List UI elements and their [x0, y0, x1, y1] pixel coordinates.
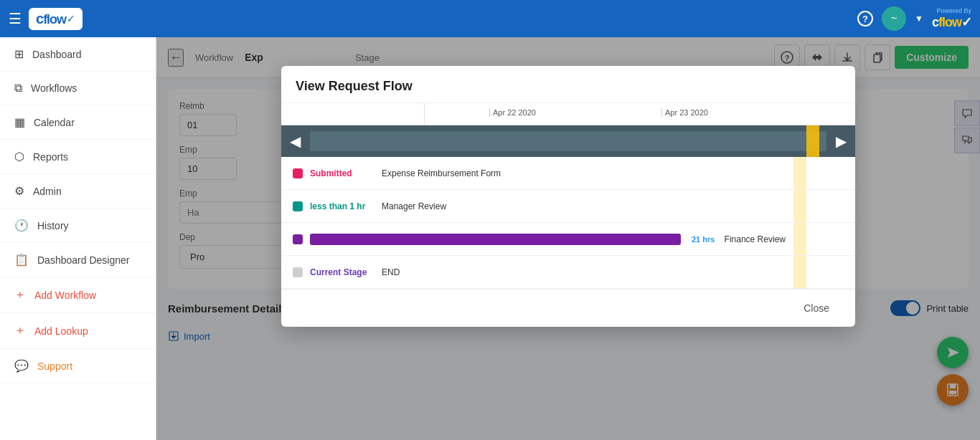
- gantt-next-button[interactable]: ▶: [827, 133, 855, 150]
- help-icon[interactable]: ?: [857, 11, 873, 27]
- history-icon: 🕐: [14, 219, 29, 232]
- dashboard-icon: ⊞: [14, 47, 24, 61]
- yellow-col-2: [793, 190, 806, 222]
- stage-indicator-finance: [293, 234, 303, 244]
- stage-status-submitted: Submitted: [310, 168, 382, 178]
- sidebar-label-reports: Reports: [33, 151, 68, 163]
- modal-header: View Request Flow: [281, 66, 855, 103]
- hamburger-menu-icon[interactable]: ☰: [9, 10, 22, 27]
- gantt-stage-row-end: Current Stage END: [281, 256, 855, 289]
- logo-text: cflow: [36, 11, 66, 27]
- gantt-stage-row-manager: less than 1 hr Manager Review: [281, 190, 855, 223]
- sidebar-label-support: Support: [37, 360, 72, 372]
- top-navigation: ☰ cflow ✓ ? ~ ▼ Powered By cflow✓: [0, 0, 980, 37]
- sidebar-label-add-workflow: Add Workflow: [34, 290, 96, 301]
- gantt-stage-rows: Submitted Expense Reimbursement Form les…: [281, 157, 855, 289]
- stage-name-submitted: Expense Reimbursement Form: [382, 168, 501, 178]
- powered-by-text: Powered By: [936, 7, 971, 14]
- admin-icon: ⚙: [14, 184, 24, 198]
- sidebar-item-add-workflow[interactable]: ＋ Add Workflow: [0, 277, 156, 313]
- stage-indicator-end: [293, 267, 303, 277]
- modal-footer: Close: [281, 289, 855, 327]
- gantt-stage-row-submitted: Submitted Expense Reimbursement Form: [281, 157, 855, 190]
- user-avatar[interactable]: ~: [882, 6, 906, 31]
- stage-indicator-manager: [293, 201, 303, 211]
- sidebar-item-add-lookup[interactable]: ＋ Add Lookup: [0, 313, 156, 349]
- sidebar-item-calendar[interactable]: ▦ Calendar: [0, 105, 156, 140]
- reports-icon: ⬡: [14, 150, 24, 163]
- sidebar-item-dashboard[interactable]: ⊞ Dashboard: [0, 37, 156, 72]
- svg-text:?: ?: [862, 14, 868, 24]
- support-icon: 💬: [14, 359, 29, 373]
- sidebar-label-calendar: Calendar: [34, 117, 75, 128]
- view-request-flow-modal: View Request Flow Apr 22 2020 Apr 23 202…: [281, 66, 855, 327]
- dashboard-designer-icon: 📋: [14, 253, 29, 267]
- gantt-container: Apr 22 2020 Apr 23 2020 ◀ ▶ Sub: [281, 103, 855, 289]
- yellow-col-1: [793, 157, 806, 189]
- date-marker-1: Apr 22 2020: [489, 108, 536, 117]
- close-button[interactable]: Close: [792, 298, 841, 318]
- nav-right: ? ~ ▼ Powered By cflow✓: [857, 6, 971, 31]
- sidebar-label-add-lookup: Add Lookup: [34, 325, 88, 337]
- sidebar-item-workflows[interactable]: ⧉ Workflows: [0, 72, 156, 105]
- gantt-yellow-marker: [806, 125, 819, 157]
- stage-name-manager: Manager Review: [382, 201, 446, 211]
- gantt-date-markers: Apr 22 2020 Apr 23 2020: [425, 103, 855, 125]
- finance-gantt-bar: [310, 234, 681, 245]
- sidebar-item-history[interactable]: 🕐 History: [0, 209, 156, 243]
- logo: cflow ✓: [29, 8, 83, 30]
- date-marker-2: Apr 23 2020: [661, 108, 708, 117]
- modal-title: View Request Flow: [296, 79, 413, 93]
- yellow-col-4: [793, 256, 806, 288]
- stage-status-manager: less than 1 hr: [310, 201, 382, 211]
- powered-by-brand: Powered By cflow✓: [932, 7, 971, 30]
- logo-checkmark: ✓: [67, 13, 75, 24]
- calendar-icon: ▦: [14, 115, 25, 129]
- sidebar-label-dashboard: Dashboard: [32, 49, 82, 60]
- add-workflow-icon: ＋: [14, 287, 26, 302]
- gantt-nav-bar: ◀ ▶: [281, 125, 855, 157]
- sidebar-item-dashboard-designer[interactable]: 📋 Dashboard Designer: [0, 243, 156, 277]
- finance-stage-name: Finance Review: [725, 234, 786, 244]
- stage-indicator-submitted: [293, 168, 303, 178]
- sidebar: ⊞ Dashboard ⧉ Workflows ▦ Calendar ⬡ Rep…: [0, 37, 156, 440]
- sidebar-item-reports[interactable]: ⬡ Reports: [0, 140, 156, 174]
- gantt-main-bar: [310, 131, 826, 151]
- finance-time-label: 21 hrs: [692, 235, 715, 244]
- user-initial: ~: [890, 12, 897, 25]
- sidebar-item-admin[interactable]: ⚙ Admin: [0, 174, 156, 209]
- stage-status-end: Current Stage: [310, 267, 382, 277]
- workflows-icon: ⧉: [14, 82, 22, 95]
- modal-backdrop: View Request Flow Apr 22 2020 Apr 23 202…: [156, 37, 980, 440]
- yellow-col-3: [793, 223, 806, 255]
- sidebar-label-dashboard-designer: Dashboard Designer: [37, 254, 129, 266]
- sidebar-label-history: History: [37, 220, 69, 231]
- stage-name-end: END: [382, 267, 400, 277]
- gantt-stage-row-finance: 21 hrs Finance Review: [281, 223, 855, 256]
- dropdown-chevron-icon[interactable]: ▼: [915, 14, 923, 24]
- sidebar-item-support[interactable]: 💬 Support: [0, 349, 156, 383]
- gantt-date-header: Apr 22 2020 Apr 23 2020: [281, 103, 855, 125]
- sidebar-label-admin: Admin: [33, 186, 62, 197]
- modal-body: Apr 22 2020 Apr 23 2020 ◀ ▶ Sub: [281, 103, 855, 289]
- brand-logo: cflow✓: [932, 14, 971, 30]
- sidebar-label-workflows: Workflows: [31, 82, 77, 94]
- add-lookup-icon: ＋: [14, 323, 26, 338]
- gantt-prev-button[interactable]: ◀: [281, 133, 309, 150]
